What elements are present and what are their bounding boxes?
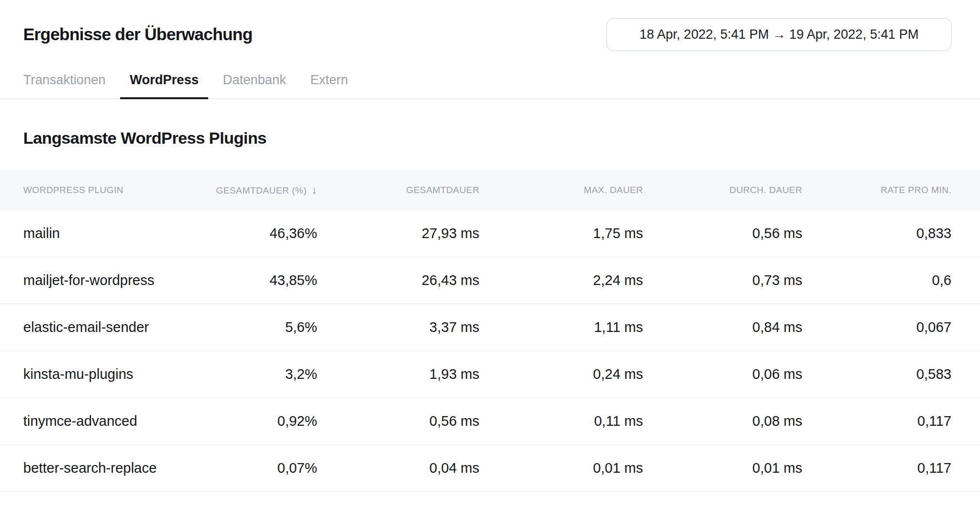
- metric-cell: 0,833: [802, 225, 980, 241]
- column-header-label: WORDPRESS PLUGIN: [23, 185, 123, 195]
- table-row[interactable]: kinsta-mu-plugins3,2%1,93 ms0,24 ms0,06 …: [0, 351, 980, 398]
- metric-cell: 0,11 ms: [479, 413, 643, 429]
- table-row[interactable]: mailjet-for-wordpress43,85%26,43 ms2,24 …: [0, 257, 980, 304]
- plugin-name-cell: elastic-email-sender: [0, 319, 174, 335]
- metric-cell: 0,56 ms: [317, 413, 479, 429]
- tab-wordpress[interactable]: WordPress: [120, 68, 208, 99]
- table-row[interactable]: better-search-replace0,07%0,04 ms0,01 ms…: [0, 445, 980, 492]
- plugin-name-cell: tinymce-advanced: [0, 413, 174, 429]
- tab-bar: TransaktionenWordPressDatenbankExtern: [0, 68, 980, 99]
- metric-cell: 0,117: [802, 413, 980, 429]
- column-header-label: RATE PRO MIN.: [881, 185, 951, 195]
- metric-cell: 3,2%: [174, 366, 317, 382]
- metric-cell: 43,85%: [174, 272, 317, 288]
- table-row[interactable]: elastic-email-sender5,6%3,37 ms1,11 ms0,…: [0, 304, 980, 351]
- plugin-name-cell: better-search-replace: [0, 460, 174, 476]
- tab-transaktionen[interactable]: Transaktionen: [14, 68, 115, 99]
- column-header-label: GESAMTDAUER: [406, 185, 479, 195]
- table-row[interactable]: tinymce-advanced0,92%0,56 ms0,11 ms0,08 …: [0, 398, 980, 445]
- metric-cell: 0,73 ms: [643, 272, 802, 288]
- metric-cell: 0,06 ms: [643, 366, 802, 382]
- metric-cell: 0,01 ms: [479, 460, 643, 476]
- metric-cell: 2,24 ms: [479, 272, 643, 288]
- metric-cell: 1,75 ms: [479, 225, 643, 241]
- table-header-row: WORDPRESS PLUGINGESAMTDAUER (%)↓GESAMTDA…: [0, 170, 980, 210]
- metric-cell: 1,93 ms: [317, 366, 479, 382]
- tab-extern[interactable]: Extern: [301, 68, 358, 99]
- table-header: WORDPRESS PLUGINGESAMTDAUER (%)↓GESAMTDA…: [0, 170, 980, 210]
- column-header[interactable]: MAX. DAUER: [479, 185, 643, 195]
- metric-cell: 27,93 ms: [317, 225, 479, 241]
- plugin-name-cell: kinsta-mu-plugins: [0, 366, 174, 382]
- column-header-label: GESAMTDAUER (%): [216, 185, 307, 195]
- date-range-picker-button[interactable]: 18 Apr, 2022, 5:41 PM → 19 Apr, 2022, 5:…: [606, 18, 952, 51]
- column-header[interactable]: GESAMTDAUER: [317, 185, 479, 195]
- metric-cell: 0,067: [802, 319, 980, 335]
- metric-cell: 3,37 ms: [317, 319, 479, 335]
- table-body: mailin46,36%27,93 ms1,75 ms0,56 ms0,833m…: [0, 210, 980, 492]
- page-title: Ergebnisse der Überwachung: [23, 25, 252, 44]
- metric-cell: 46,36%: [174, 225, 317, 241]
- plugin-name-cell: mailin: [0, 225, 174, 241]
- metric-cell: 26,43 ms: [317, 272, 479, 288]
- metric-cell: 0,08 ms: [643, 413, 802, 429]
- metric-cell: 0,117: [802, 460, 980, 476]
- plugin-name-cell: mailjet-for-wordpress: [0, 272, 174, 288]
- topbar: Ergebnisse der Überwachung 18 Apr, 2022,…: [0, 17, 980, 51]
- sort-descending-icon: ↓: [312, 184, 317, 196]
- tab-datenbank[interactable]: Datenbank: [213, 68, 296, 99]
- slowest-plugins-table: WORDPRESS PLUGINGESAMTDAUER (%)↓GESAMTDA…: [0, 170, 980, 492]
- metric-cell: 0,07%: [174, 460, 317, 476]
- metric-cell: 0,6: [802, 272, 980, 288]
- column-header[interactable]: WORDPRESS PLUGIN: [0, 185, 174, 195]
- metric-cell: 0,84 ms: [643, 319, 802, 335]
- table-row[interactable]: mailin46,36%27,93 ms1,75 ms0,56 ms0,833: [0, 210, 980, 257]
- metric-cell: 0,01 ms: [643, 460, 802, 476]
- column-header[interactable]: RATE PRO MIN.: [802, 185, 980, 195]
- column-header[interactable]: GESAMTDAUER (%)↓: [174, 184, 317, 196]
- metric-cell: 0,56 ms: [643, 225, 802, 241]
- metric-cell: 0,583: [802, 366, 980, 382]
- column-header-label: MAX. DAUER: [584, 185, 643, 195]
- metric-cell: 0,92%: [174, 413, 317, 429]
- metric-cell: 5,6%: [174, 319, 317, 335]
- metric-cell: 0,24 ms: [479, 366, 643, 382]
- column-header-label: DURCH. DAUER: [730, 185, 802, 195]
- metric-cell: 0,04 ms: [317, 460, 479, 476]
- section-title: Langsamste WordPress Plugins: [23, 128, 980, 148]
- metric-cell: 1,11 ms: [479, 319, 643, 335]
- column-header[interactable]: DURCH. DAUER: [643, 185, 802, 195]
